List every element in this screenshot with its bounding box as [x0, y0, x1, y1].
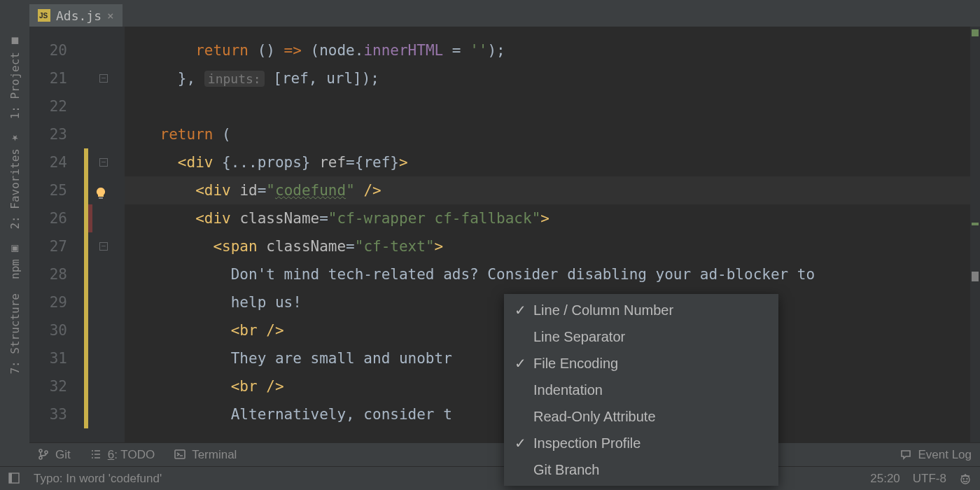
star-icon: ★ [9, 133, 20, 144]
svg-point-11 [967, 478, 967, 479]
context-menu-item[interactable]: ✓File Encoding [504, 350, 778, 377]
svg-point-5 [45, 451, 48, 454]
balloon-icon [900, 449, 913, 461]
line-number: 27 [29, 232, 85, 260]
line-numbers: 2021222324252627282930313233 [29, 27, 85, 442]
encoding-indicator[interactable]: UTF-8 [913, 472, 946, 486]
context-menu-item[interactable]: Read-Only Attribute [504, 403, 778, 430]
context-menu-item[interactable]: ✓Inspection Profile [504, 430, 778, 456]
analysis-ok-marker [972, 29, 979, 36]
git-tool-button[interactable]: Git [38, 448, 71, 462]
line-number: 29 [29, 288, 85, 316]
status-message: Typo: In word 'codefund' [34, 472, 162, 486]
terminal-icon [174, 449, 187, 461]
line-col-indicator[interactable]: 25:20 [870, 472, 900, 486]
check-icon: ✓ [514, 302, 526, 318]
context-menu-label: Line / Column Number [533, 302, 673, 318]
code-line[interactable] [125, 92, 970, 120]
sidebar-item-npm[interactable]: npm ▣ [8, 244, 22, 279]
terminal-tool-button[interactable]: Terminal [174, 448, 237, 462]
line-number: 32 [29, 372, 85, 400]
left-tool-strip: 1: Project ■ 2: Favorites ★ npm ▣ 7: Str… [0, 27, 29, 458]
context-menu-item[interactable]: Indentation [504, 377, 778, 403]
folder-icon: ■ [9, 36, 20, 48]
right-error-stripe[interactable] [970, 27, 980, 442]
statusbar-context-menu: ✓Line / Column NumberLine Separator✓File… [504, 294, 778, 486]
line-number: 31 [29, 344, 85, 372]
git-branch-icon [38, 449, 50, 461]
line-number: 21 [29, 64, 85, 92]
line-number: 28 [29, 260, 85, 288]
sidebar-item-project[interactable]: 1: Project ■ [8, 36, 22, 119]
context-menu-label: Inspection Profile [533, 435, 640, 451]
code-line[interactable]: <div {...props} ref={ref}> [125, 148, 970, 176]
list-icon [90, 449, 103, 461]
status-bar: Typo: In word 'codefund' 25:20 UTF-8 [0, 466, 980, 490]
code-line[interactable]: Don't mind tech-related ads? Consider di… [125, 260, 970, 288]
npm-icon: ▣ [9, 244, 20, 255]
svg-rect-8 [9, 473, 12, 483]
code-line[interactable]: <span className="cf-text"> [125, 232, 970, 260]
check-icon: ✓ [514, 355, 526, 372]
code-line[interactable]: <div id="codefund" /> [125, 176, 970, 204]
context-menu-item[interactable]: Line Separator [504, 323, 778, 350]
code-line[interactable]: <div className="cf-wrapper cf-fallback"> [125, 204, 970, 232]
todo-tool-button[interactable]: 6: TODO [90, 448, 155, 462]
context-menu-item[interactable]: ✓Line / Column Number [504, 297, 778, 323]
js-file-icon: JS [38, 9, 50, 22]
stripe-mark[interactable] [972, 272, 979, 281]
tab-filename: Ads.js [56, 8, 102, 23]
context-menu-label: Indentation [533, 382, 603, 398]
file-tab[interactable]: JS Ads.js × [29, 4, 122, 27]
line-number: 26 [29, 204, 85, 232]
stripe-mark[interactable] [972, 223, 979, 225]
code-line[interactable]: return () => (node.innerHTML = ''); [125, 36, 970, 64]
close-icon[interactable]: × [107, 9, 114, 22]
check-icon: ✓ [514, 435, 526, 451]
event-log-button[interactable]: Event Log [900, 448, 972, 462]
svg-point-10 [963, 478, 964, 479]
svg-point-9 [961, 475, 969, 484]
sidebar-item-favorites[interactable]: 2: Favorites ★ [8, 133, 22, 230]
line-number: 22 [29, 92, 85, 120]
intention-bulb-icon[interactable] [94, 182, 108, 196]
line-number: 23 [29, 120, 85, 148]
editor-tabbar: JS Ads.js × [0, 0, 980, 27]
svg-point-4 [39, 456, 42, 459]
code-line[interactable]: }, inputs: [ref, url]); [125, 64, 970, 92]
line-number: 24 [29, 148, 85, 176]
context-menu-label: Line Separator [533, 329, 625, 345]
svg-rect-2 [99, 197, 103, 199]
context-menu-item[interactable]: Git Branch [504, 456, 778, 483]
context-menu-label: File Encoding [533, 356, 618, 372]
line-number: 20 [29, 36, 85, 64]
line-number: 25 [29, 176, 85, 204]
line-number: 30 [29, 316, 85, 344]
hide-toolwindows-icon[interactable] [8, 472, 21, 485]
line-number: 33 [29, 400, 85, 428]
sidebar-item-structure[interactable]: 7: Structure [8, 293, 22, 374]
tool-window-bar: Git 6: TODO Terminal Event Log [0, 442, 980, 466]
svg-text:JS: JS [39, 12, 48, 20]
code-line[interactable]: return ( [125, 120, 970, 148]
context-menu-label: Git Branch [533, 462, 599, 478]
svg-point-3 [39, 449, 42, 452]
context-menu-label: Read-Only Attribute [533, 409, 656, 425]
ide-face-icon[interactable] [959, 472, 972, 485]
